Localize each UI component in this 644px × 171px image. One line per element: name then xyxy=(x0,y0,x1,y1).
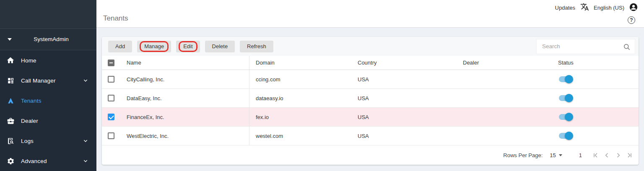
cell-name: WestElectric, Inc. xyxy=(120,127,249,145)
help-icon: ? xyxy=(630,17,633,23)
add-button[interactable]: Add xyxy=(108,41,132,52)
tenants-icon xyxy=(6,96,15,105)
sidebar-item-label: Tenants xyxy=(21,98,42,104)
search-input[interactable] xyxy=(537,39,635,54)
sidebar-item-dealer[interactable]: Dealer xyxy=(0,111,96,131)
help-button[interactable]: ? xyxy=(628,16,635,24)
last-page-button[interactable] xyxy=(625,151,634,159)
row-checkbox[interactable] xyxy=(108,76,114,83)
sidebar-item-advanced[interactable]: Advanced xyxy=(0,151,96,171)
cell-domain: dataeasy.io xyxy=(249,89,351,107)
pager xyxy=(591,151,634,159)
cell-dealer xyxy=(457,108,552,126)
cell-status xyxy=(552,127,639,145)
manage-button[interactable]: Manage xyxy=(137,41,171,52)
sidebar-item-tenants[interactable]: Tenants xyxy=(0,91,96,111)
rows-per-page-select[interactable]: 15 xyxy=(550,152,562,158)
caret-down-icon xyxy=(559,154,562,156)
logs-icon xyxy=(6,137,15,145)
refresh-button[interactable]: Refresh xyxy=(240,41,273,52)
rows-per-page-value: 15 xyxy=(550,152,556,158)
sidebar-logo-area xyxy=(0,0,96,29)
topbar-right: Updates English (US) xyxy=(555,3,638,12)
cell-country: USA xyxy=(351,127,457,145)
chevron-down-icon xyxy=(82,158,89,164)
table-row[interactable]: FinanceEx, Inc. fex.io USA xyxy=(102,108,639,127)
help-wrap: ? xyxy=(628,16,635,24)
cell-domain: fex.io xyxy=(249,108,351,126)
table-row[interactable]: DataEasy, Inc. dataeasy.io USA xyxy=(102,89,639,108)
table-header: Name Domain Country Dealer Status xyxy=(102,56,639,70)
previous-page-button[interactable] xyxy=(602,151,611,159)
cell-country: USA xyxy=(351,108,457,126)
sidebar-item-label: Advanced xyxy=(21,158,47,164)
cell-name: DataEasy, Inc. xyxy=(120,89,249,107)
search-icon xyxy=(623,43,631,51)
cell-dealer xyxy=(457,127,552,145)
cell-name: FinanceEx, Inc. xyxy=(120,108,249,126)
table-row[interactable]: CityCalling, Inc. ccing.com USA xyxy=(102,70,639,89)
cell-country: USA xyxy=(351,89,457,107)
column-header-dealer: Dealer xyxy=(457,56,552,70)
edit-button[interactable]: Edit xyxy=(176,41,200,52)
column-header-domain: Domain xyxy=(249,56,351,70)
translate-button[interactable] xyxy=(580,3,589,12)
home-icon xyxy=(6,56,15,65)
cell-domain: westel.com xyxy=(249,127,351,145)
rows-per-page-label: Rows Per Page: xyxy=(503,152,543,158)
next-page-button[interactable] xyxy=(614,151,622,159)
cell-dealer xyxy=(457,70,552,88)
account-switcher[interactable]: SystemAdmin xyxy=(0,29,96,50)
status-toggle[interactable] xyxy=(558,94,573,102)
avatar-button[interactable] xyxy=(629,3,638,12)
column-header-status: Status xyxy=(552,56,639,70)
cell-dealer xyxy=(457,89,552,107)
call-manager-icon xyxy=(6,76,15,85)
main-area: Tenants Updates English (US) xyxy=(96,0,644,171)
cell-status xyxy=(552,70,639,88)
cell-status xyxy=(552,108,639,126)
cell-country: USA xyxy=(351,70,457,88)
status-toggle[interactable] xyxy=(558,132,573,140)
avatar-icon xyxy=(629,3,638,13)
sidebar-item-label: Logs xyxy=(21,138,34,144)
sidebar-item-logs[interactable]: Logs xyxy=(0,131,96,151)
sidebar-item-label: Dealer xyxy=(21,118,38,124)
status-toggle[interactable] xyxy=(558,113,573,121)
column-header-name: Name xyxy=(120,56,249,70)
header-checkbox-cell xyxy=(102,56,120,70)
select-all-checkbox[interactable] xyxy=(108,60,114,66)
sidebar-item-call-manager[interactable]: Call Manager xyxy=(0,70,96,91)
table-footer: Rows Per Page: 15 1 xyxy=(102,145,639,165)
toolbar: Add Manage Edit Delete Refresh xyxy=(102,37,639,56)
status-toggle[interactable] xyxy=(558,75,573,83)
chevron-down-icon xyxy=(82,77,89,84)
chevron-down-icon xyxy=(82,137,89,144)
row-checkbox[interactable] xyxy=(108,114,114,120)
dealer-icon xyxy=(6,117,15,125)
sidebar-item-label: Home xyxy=(21,57,36,64)
app-window: SystemAdmin Home xyxy=(0,0,644,171)
page-title: Tenants xyxy=(103,14,128,23)
first-page-button[interactable] xyxy=(591,151,600,159)
column-header-country: Country xyxy=(351,56,457,70)
table-row[interactable]: WestElectric, Inc. westel.com USA xyxy=(102,127,639,145)
sidebar-item-home[interactable]: Home xyxy=(0,50,96,70)
sidebar: SystemAdmin Home xyxy=(0,0,96,171)
sidebar-nav: Home Call Manager xyxy=(0,50,96,171)
advanced-icon xyxy=(6,157,15,165)
caret-down-icon xyxy=(8,38,12,41)
cell-domain: ccing.com xyxy=(249,70,351,88)
search-box xyxy=(536,39,635,54)
row-checkbox[interactable] xyxy=(108,95,114,101)
sidebar-item-label: Call Manager xyxy=(21,78,56,84)
row-checkbox[interactable] xyxy=(108,132,114,139)
account-name: SystemAdmin xyxy=(12,36,91,42)
language-selector[interactable]: English (US) xyxy=(594,5,624,11)
updates-link[interactable]: Updates xyxy=(555,5,575,11)
content-area: Add Manage Edit Delete Refresh xyxy=(96,28,644,171)
top-header: Tenants Updates English (US) xyxy=(96,0,644,28)
translate-icon xyxy=(580,3,589,13)
tenants-card: Add Manage Edit Delete Refresh xyxy=(102,37,639,165)
delete-button[interactable]: Delete xyxy=(205,41,235,52)
